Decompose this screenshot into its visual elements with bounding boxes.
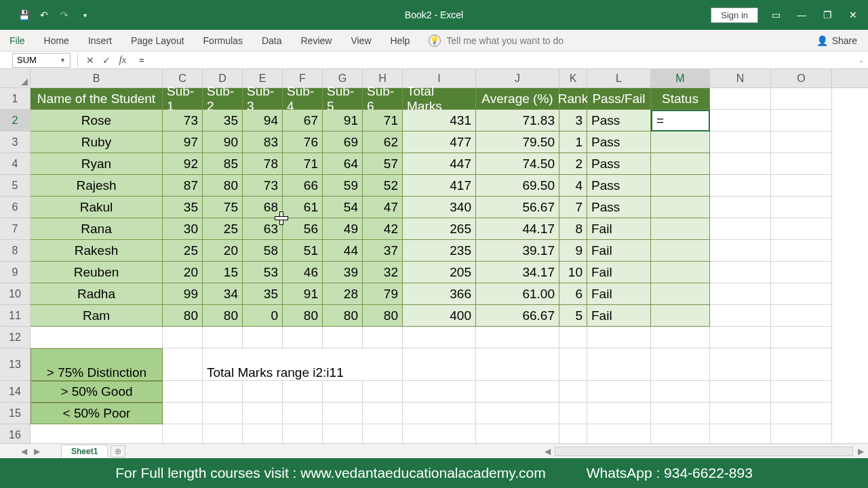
student-name[interactable]: Rose xyxy=(31,110,163,131)
total-marks[interactable]: 366 xyxy=(403,283,476,305)
col-header-J[interactable]: J xyxy=(476,69,559,87)
sub-value[interactable]: 99 xyxy=(163,283,203,305)
row-header-6[interactable]: 6 xyxy=(0,197,31,218)
sign-in-button[interactable]: Sign in xyxy=(711,7,758,23)
rank[interactable]: 4 xyxy=(559,175,587,197)
col-header-N[interactable]: N xyxy=(710,69,771,87)
status-cell[interactable] xyxy=(651,197,710,218)
pass-fail[interactable]: Pass xyxy=(587,131,651,153)
sub-value[interactable]: 80 xyxy=(163,305,203,327)
pass-fail[interactable]: Pass xyxy=(587,153,651,175)
cell[interactable] xyxy=(710,262,771,283)
undo-icon[interactable]: ↶ xyxy=(35,6,53,24)
sub-value[interactable]: 78 xyxy=(243,153,283,175)
name-box-dropdown-icon[interactable]: ▼ xyxy=(60,57,66,64)
status-cell[interactable] xyxy=(651,283,710,305)
status-cell[interactable] xyxy=(651,305,710,327)
sub-value[interactable]: 91 xyxy=(283,283,323,305)
cell[interactable] xyxy=(771,218,832,240)
sub-value[interactable]: 80 xyxy=(283,305,323,327)
header-cell[interactable]: Status xyxy=(651,88,710,110)
sub-value[interactable]: 91 xyxy=(323,110,363,131)
sub-value[interactable]: 97 xyxy=(163,131,203,153)
status-cell[interactable] xyxy=(651,153,710,175)
cell[interactable] xyxy=(243,381,283,403)
average[interactable]: 69.50 xyxy=(476,175,559,197)
sub-value[interactable]: 15 xyxy=(203,262,243,283)
row-header-12[interactable]: 12 xyxy=(0,327,31,348)
average[interactable]: 66.67 xyxy=(476,305,559,327)
cell[interactable] xyxy=(283,424,323,443)
rank[interactable]: 9 xyxy=(559,240,587,262)
cell[interactable] xyxy=(203,424,243,443)
cell[interactable] xyxy=(710,153,771,175)
cancel-formula-icon[interactable]: ✕ xyxy=(82,55,98,66)
add-sheet-icon[interactable]: ⊕ xyxy=(111,445,125,458)
cell[interactable] xyxy=(559,327,587,348)
sub-value[interactable]: 87 xyxy=(163,175,203,197)
row-header-4[interactable]: 4 xyxy=(0,153,31,175)
enter-formula-icon[interactable]: ✓ xyxy=(98,55,115,66)
sub-value[interactable]: 25 xyxy=(203,218,243,240)
sub-value[interactable]: 59 xyxy=(323,175,363,197)
pass-fail[interactable]: Fail xyxy=(587,283,651,305)
cell[interactable] xyxy=(403,381,476,403)
header-cell[interactable]: Pass/Fail xyxy=(587,88,651,110)
cell[interactable] xyxy=(559,348,587,381)
sub-value[interactable]: 58 xyxy=(243,240,283,262)
row-header-2[interactable]: 2 xyxy=(0,110,31,131)
average[interactable]: 56.67 xyxy=(476,197,559,218)
student-name[interactable]: Rakesh xyxy=(31,240,163,262)
sub-value[interactable]: 47 xyxy=(363,197,403,218)
col-header-O[interactable]: O xyxy=(771,69,832,87)
cell[interactable] xyxy=(710,327,771,348)
cell[interactable] xyxy=(403,327,476,348)
legend-poor[interactable]: < 50% Poor xyxy=(31,403,163,424)
cell[interactable] xyxy=(559,424,587,443)
sub-value[interactable]: 83 xyxy=(243,131,283,153)
pass-fail[interactable]: Pass xyxy=(587,197,651,218)
cell[interactable] xyxy=(710,381,771,403)
sub-value[interactable]: 67 xyxy=(283,110,323,131)
cell[interactable] xyxy=(710,348,771,381)
cell[interactable] xyxy=(476,424,559,443)
sub-value[interactable]: 73 xyxy=(163,110,203,131)
sub-value[interactable]: 71 xyxy=(283,153,323,175)
row-header-1[interactable]: 1 xyxy=(0,88,31,110)
cell[interactable] xyxy=(710,175,771,197)
sub-value[interactable]: 20 xyxy=(203,240,243,262)
col-header-M[interactable]: M xyxy=(651,69,710,87)
cell[interactable] xyxy=(476,348,559,381)
cell[interactable] xyxy=(476,403,559,424)
cell[interactable] xyxy=(323,327,363,348)
status-cell[interactable] xyxy=(651,262,710,283)
cell[interactable] xyxy=(771,283,832,305)
header-cell[interactable]: Rank xyxy=(559,88,587,110)
legend-distinction[interactable]: > 75% Distinction xyxy=(31,348,163,381)
cell[interactable] xyxy=(243,327,283,348)
sub-value[interactable]: 20 xyxy=(163,262,203,283)
sub-value[interactable]: 80 xyxy=(323,305,363,327)
cell[interactable] xyxy=(710,424,771,443)
total-marks[interactable]: 400 xyxy=(403,305,476,327)
cell[interactable] xyxy=(203,381,243,403)
total-marks[interactable]: 431 xyxy=(403,110,476,131)
cell[interactable] xyxy=(476,381,559,403)
close-icon[interactable]: ✕ xyxy=(841,5,865,25)
status-cell[interactable] xyxy=(651,175,710,197)
total-marks[interactable]: 417 xyxy=(403,175,476,197)
cell[interactable] xyxy=(771,305,832,327)
student-name[interactable]: Rana xyxy=(31,218,163,240)
cell[interactable] xyxy=(243,424,283,443)
rank[interactable]: 8 xyxy=(559,218,587,240)
row-header-3[interactable]: 3 xyxy=(0,131,31,153)
sub-value[interactable]: 57 xyxy=(363,153,403,175)
cell[interactable] xyxy=(163,381,203,403)
header-cell[interactable]: Sub-3 xyxy=(243,88,283,110)
header-cell[interactable]: Average (%) xyxy=(476,88,559,110)
tab-help[interactable]: Help xyxy=(381,30,420,51)
hscroll-track[interactable] xyxy=(555,447,853,456)
sub-value[interactable]: 44 xyxy=(323,240,363,262)
header-cell[interactable]: Sub-2 xyxy=(203,88,243,110)
row-header-7[interactable]: 7 xyxy=(0,218,31,240)
